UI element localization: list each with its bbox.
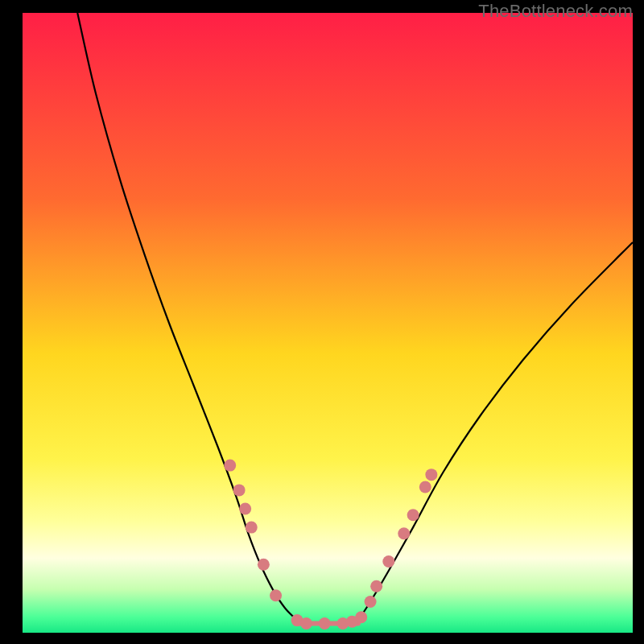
curve-marker (270, 589, 282, 601)
chart-svg (23, 13, 633, 633)
curve-marker (398, 527, 410, 539)
curve-marker (355, 611, 367, 623)
left-curve (77, 13, 297, 621)
curve-marker (239, 503, 251, 515)
curve-marker (233, 484, 246, 496)
curve-marker (419, 481, 431, 493)
watermark-text: TheBottleneck.com (478, 1, 633, 22)
curve-marker (407, 509, 419, 521)
curve-marker (246, 522, 258, 534)
curve-markers (224, 460, 437, 630)
curve-marker (425, 469, 437, 481)
curve-marker (365, 596, 377, 608)
curve-marker (224, 460, 236, 472)
curve-marker (258, 559, 270, 571)
curve-marker (382, 555, 394, 568)
right-curve (358, 242, 633, 621)
plot-area (23, 13, 633, 633)
outer-frame: TheBottleneck.com (0, 0, 644, 644)
curve-marker (300, 617, 312, 630)
curve-marker (370, 580, 382, 592)
curve-marker (319, 617, 331, 630)
